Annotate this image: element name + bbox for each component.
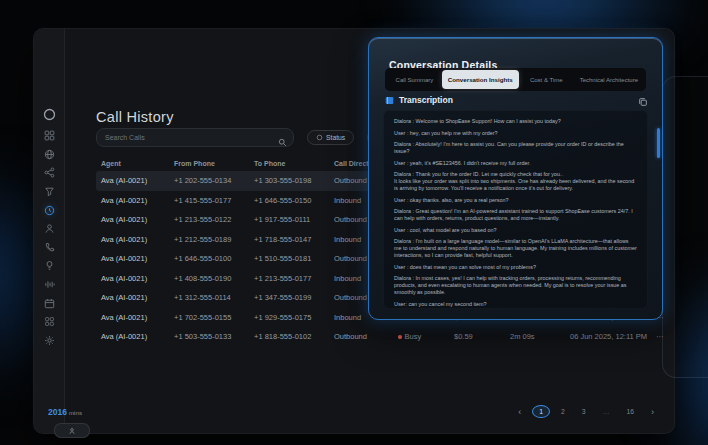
cell-to: +1 818-555-0102: [254, 332, 334, 341]
sidebar-item-settings[interactable]: [34, 332, 64, 351]
transcript-message-user: User: can you cancel my second item?: [394, 301, 637, 308]
search-icon: [278, 133, 287, 142]
cell-from: +1 212-555-0189: [174, 235, 254, 244]
transcript-message-user: User : hey, can you help me with my orde…: [394, 130, 637, 137]
usage-minutes-value: 2016: [48, 407, 67, 417]
cell-cost: $0.59: [454, 332, 510, 341]
cell-from: +1 415-555-0177: [174, 196, 254, 205]
sidebar-footer-button[interactable]: [54, 423, 90, 438]
status-filter-button[interactable]: Status: [307, 130, 354, 145]
background-card: [662, 76, 708, 378]
tab-call-summary[interactable]: Call Summary: [387, 70, 442, 89]
transcript-message-agent: Dialora : In most cases, yes! I can help…: [394, 275, 637, 296]
sidebar-item-phone[interactable]: [34, 239, 64, 258]
cell-agent: Ava (AI-0021): [101, 196, 174, 205]
transcript-message-agent: Dialora : Thank you for the order ID. Le…: [394, 171, 637, 192]
cell-to: +1 646-555-0150: [254, 196, 334, 205]
logo-ring-icon: [43, 107, 56, 125]
sidebar-item-apps[interactable]: [34, 313, 64, 332]
network-icon: [44, 164, 55, 182]
sidebar-nav: [34, 105, 64, 350]
search-input[interactable]: [97, 129, 293, 146]
cell-from: +1 213-555-0122: [174, 215, 254, 224]
cell-date: 06 Jun 2025, 12:11 PM: [570, 332, 656, 341]
cell-to: +1 347-555-0199: [254, 293, 334, 302]
page-button-2[interactable]: 2: [555, 405, 571, 418]
page-title: Call History: [96, 109, 174, 125]
transcript-panel[interactable]: Dialora : Welcome to ShopEase Support! H…: [383, 110, 648, 309]
cell-to: +1 929-555-0175: [254, 313, 334, 322]
cell-to: +1 213-555-0177: [254, 274, 334, 283]
user-icon: [44, 220, 55, 238]
sidebar-item-logo-ring[interactable]: [34, 105, 64, 127]
cell-agent: Ava (AI-0021): [101, 274, 174, 283]
transcription-icon: [385, 96, 394, 105]
sidebar-item-dashboard-grid[interactable]: [34, 127, 64, 146]
sidebar-item-lightbulb[interactable]: [34, 257, 64, 276]
cell-to: +1 303-555-0198: [254, 176, 334, 185]
cell-to: +1 510-555-0181: [254, 254, 334, 263]
table-row[interactable]: Ava (AI-0021)+1 503-555-0133+1 818-555-0…: [96, 327, 662, 347]
voice-waveform-icon: [44, 276, 55, 294]
cell-agent: Ava (AI-0021): [101, 293, 174, 302]
sidebar-item-user[interactable]: [34, 220, 64, 239]
cell-from: +1 702-555-0155: [174, 313, 254, 322]
transcript-message-user: User : cool, what model are you based on…: [394, 227, 637, 234]
cell-from: +1 503-555-0133: [174, 332, 254, 341]
cell-from: +1 202-555-0134: [174, 176, 254, 185]
settings-icon: [44, 332, 55, 350]
phone-icon: [44, 239, 55, 257]
backdrop: Call History Status Agent AgentFrom Phon…: [0, 0, 708, 445]
page-button-1[interactable]: 1: [532, 405, 550, 418]
call-history-icon: [44, 202, 55, 220]
sidebar-item-globe[interactable]: [34, 146, 64, 165]
cell-agent: Ava (AI-0021): [101, 235, 174, 244]
tab-technical-architecture[interactable]: Technical Architecture: [574, 70, 644, 89]
cell-from: +1 408-555-0190: [174, 274, 254, 283]
transcript-message-agent: Dialora : Welcome to ShopEase Support! H…: [394, 118, 637, 125]
page-prev-button[interactable]: ‹: [512, 405, 527, 418]
cell-duration: 2m 09s: [510, 332, 570, 341]
cell-agent: Ava (AI-0021): [101, 313, 174, 322]
transcript-message-agent: Dialora : Great question! I'm an AI-powe…: [394, 208, 637, 222]
column-header: To Phone: [254, 160, 334, 167]
status-dot-icon: [398, 335, 402, 339]
page-button-16[interactable]: 16: [620, 405, 640, 418]
sidebar-item-network[interactable]: [34, 164, 64, 183]
usage-minutes-unit: mins: [69, 409, 82, 416]
sidebar-item-call-history[interactable]: [34, 201, 64, 220]
cell-status: Busy: [398, 332, 454, 341]
transcript-message-agent: Dialora : Absolutely! I'm here to assist…: [394, 141, 637, 155]
search-box: [96, 128, 294, 147]
cell-from: +1 312-555-0114: [174, 293, 254, 302]
status-label: Busy: [405, 332, 422, 341]
page-next-button[interactable]: ›: [645, 405, 660, 418]
transcription-title: Transcription: [399, 95, 453, 105]
column-header: Agent: [101, 160, 174, 167]
cell-agent: Ava (AI-0021): [101, 176, 174, 185]
funnel-icon: [44, 183, 55, 201]
page-ellipsis: …: [597, 405, 616, 418]
tab-cost-time[interactable]: Cost & Time: [519, 70, 574, 89]
modal-scrollbar-thumb[interactable]: [657, 128, 660, 158]
sidebar-item-funnel[interactable]: [34, 183, 64, 202]
calendar-icon: [44, 295, 55, 313]
transcript-message-agent: Dialora : I'm built on a large language …: [394, 238, 637, 259]
status-filter-icon: [316, 134, 323, 141]
transcription-header: Transcription: [385, 95, 453, 105]
tab-conversation-insights[interactable]: Conversation Insights: [442, 70, 519, 89]
cell-to: +1 718-555-0147: [254, 235, 334, 244]
transcript-message-user: User : yeah, it's #SE123456. I didn't re…: [394, 160, 637, 167]
cell-agent: Ava (AI-0021): [101, 215, 174, 224]
transcript-message-user: User : does that mean you can solve most…: [394, 264, 637, 271]
page-button-3[interactable]: 3: [576, 405, 592, 418]
dashboard-grid-icon: [44, 127, 55, 145]
sidebar-item-calendar[interactable]: [34, 294, 64, 313]
cell-agent: Ava (AI-0021): [101, 332, 174, 341]
sidebar-item-voice-waveform[interactable]: [34, 276, 64, 295]
copy-transcript-button[interactable]: [638, 93, 649, 104]
conversation-details-modal: Conversation Details Call SummaryConvers…: [368, 37, 663, 320]
cell-to: +1 917-555-0111: [254, 215, 334, 224]
pagination: ‹123…16›: [512, 405, 660, 418]
cell-direction: Outbound: [334, 332, 398, 341]
